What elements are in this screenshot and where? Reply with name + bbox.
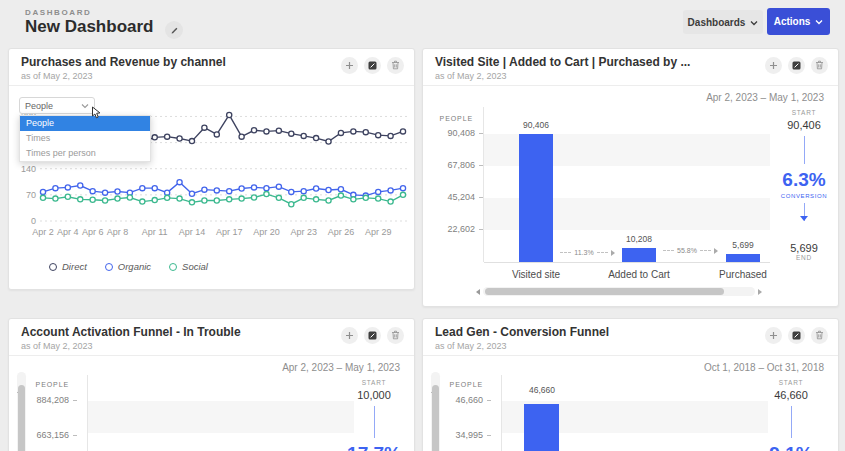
date-range: Apr 2, 2023 – May 1, 2023	[706, 92, 824, 103]
trash-icon	[815, 58, 824, 73]
conversion-summary: START 46,660 9.1%	[761, 379, 821, 451]
card-header: Account Activation Funnel - In Trouble a…	[9, 319, 414, 356]
trash-icon	[815, 328, 824, 343]
legend-item-direct[interactable]: Direct	[49, 261, 87, 272]
connector-line	[791, 406, 792, 438]
metric-select-menu: People Times Times per person	[19, 115, 151, 162]
date-range: Apr 2, 2023 – May 1, 2023	[282, 362, 400, 373]
conversion-summary: START 90,406 6.3% CONVERSION 5,699 END	[773, 109, 835, 261]
legend-item-organic[interactable]: Organic	[105, 261, 151, 272]
y-tick: 34,995	[437, 430, 491, 440]
legend-label: Organic	[118, 261, 151, 272]
edit-icon	[368, 328, 377, 343]
delete-chart-button[interactable]	[811, 327, 828, 344]
funnel-bar-added-to-cart[interactable]	[622, 248, 656, 262]
add-button[interactable]	[765, 327, 782, 344]
svg-text:0: 0	[31, 216, 36, 226]
card-header: Visited Site | Added to Cart | Purchased…	[423, 49, 838, 86]
menu-item-times[interactable]: Times	[20, 131, 150, 146]
bar-value: 10,208	[594, 234, 684, 244]
delete-chart-button[interactable]	[387, 57, 404, 74]
card-purchases-revenue: Purchases and Revenue by channel as of M…	[8, 48, 415, 290]
start-label: START	[761, 379, 821, 386]
category-label: Added to Cart	[594, 269, 684, 280]
y-tick: 46,660	[437, 395, 491, 405]
conversion-value: 9.1%	[761, 443, 821, 451]
edit-icon	[368, 58, 377, 73]
actions-button-label: Actions	[774, 16, 811, 27]
trash-icon	[391, 58, 400, 73]
card-visited-funnel: Visited Site | Added to Cart | Purchased…	[422, 48, 839, 307]
svg-text:Apr 4: Apr 4	[57, 227, 79, 237]
card-header: Lead Gen - Conversion Funnel as of May 2…	[423, 319, 838, 356]
dashboards-button[interactable]: Dashboards	[683, 10, 763, 34]
y-tick: 884,208	[23, 395, 77, 405]
end-label: END	[773, 254, 835, 261]
menu-item-people[interactable]: People	[20, 116, 150, 131]
svg-text:Apr 14: Apr 14	[179, 227, 206, 237]
card-action-buttons	[341, 57, 404, 74]
card-action-buttons	[765, 327, 828, 344]
edit-chart-button[interactable]	[364, 57, 381, 74]
edit-title-button[interactable]	[165, 21, 183, 39]
edit-chart-button[interactable]	[788, 57, 805, 74]
page-title: New Dashboard	[25, 17, 153, 37]
conversion-value: 6.3%	[773, 169, 835, 191]
connector-line	[374, 406, 375, 438]
legend-marker-icon	[105, 263, 113, 271]
y-axis-label: PEOPLE	[25, 381, 69, 388]
add-button[interactable]	[341, 327, 358, 344]
conversion-label: CONVERSION	[773, 193, 835, 199]
dashboard-page: DASHBOARD New Dashboard Dashboards Actio…	[0, 0, 845, 451]
actions-button[interactable]: Actions	[767, 8, 830, 35]
y-axis-label: PEOPLE	[439, 381, 483, 388]
date-range: Oct 1, 2018 – Oct 31, 2018	[704, 362, 824, 373]
plus-icon	[345, 58, 354, 73]
svg-text:Apr 20: Apr 20	[253, 227, 280, 237]
scroll-left-icon[interactable]	[473, 289, 480, 295]
plus-icon	[769, 328, 778, 343]
conversion-summary: START 10,000 17.7%	[344, 379, 404, 451]
funnel-bar-start[interactable]	[524, 404, 559, 451]
category-label: Visited site	[491, 269, 581, 280]
card-action-buttons	[341, 327, 404, 344]
y-tick: 663,156	[23, 430, 77, 440]
step-conversion: 55.8%	[660, 247, 724, 254]
funnel-bar-visited-site[interactable]	[519, 134, 553, 262]
svg-text:Apr 23: Apr 23	[290, 227, 317, 237]
svg-text:Apr 8: Apr 8	[107, 227, 129, 237]
metric-select[interactable]: People	[19, 97, 95, 114]
edit-chart-button[interactable]	[364, 327, 381, 344]
delete-chart-button[interactable]	[387, 327, 404, 344]
legend-item-social[interactable]: Social	[169, 261, 208, 272]
legend-marker-icon	[49, 263, 57, 271]
funnel-bar-purchased[interactable]	[726, 254, 760, 262]
card-action-buttons	[765, 57, 828, 74]
svg-text:140: 140	[21, 164, 36, 174]
svg-text:Apr 29: Apr 29	[365, 227, 392, 237]
add-button[interactable]	[341, 57, 358, 74]
dashboards-button-label: Dashboards	[688, 17, 746, 28]
menu-item-times-per-person[interactable]: Times per person	[20, 146, 150, 161]
bar-value: 46,660	[497, 385, 587, 395]
scrollbar-track[interactable]	[483, 287, 755, 296]
bar-value: 90,406	[491, 120, 581, 130]
legend-label: Social	[182, 261, 208, 272]
horizontal-scrollbar[interactable]	[473, 287, 765, 296]
chevron-down-icon	[81, 101, 89, 111]
scroll-right-icon[interactable]	[758, 289, 765, 295]
svg-text:Apr 17: Apr 17	[216, 227, 243, 237]
y-tick: 45,204	[429, 192, 483, 202]
y-tick: 22,602	[429, 224, 483, 234]
category-label: Purchased	[698, 269, 788, 280]
metric-select-value: People	[25, 101, 53, 111]
add-button[interactable]	[765, 57, 782, 74]
delete-chart-button[interactable]	[811, 57, 828, 74]
y-axis-line	[483, 107, 484, 262]
scrollbar-thumb[interactable]	[485, 288, 724, 295]
start-value: 10,000	[344, 389, 404, 401]
chevron-down-icon	[815, 16, 823, 27]
svg-text:70: 70	[26, 190, 36, 200]
connector-line	[804, 136, 805, 164]
edit-chart-button[interactable]	[788, 327, 805, 344]
